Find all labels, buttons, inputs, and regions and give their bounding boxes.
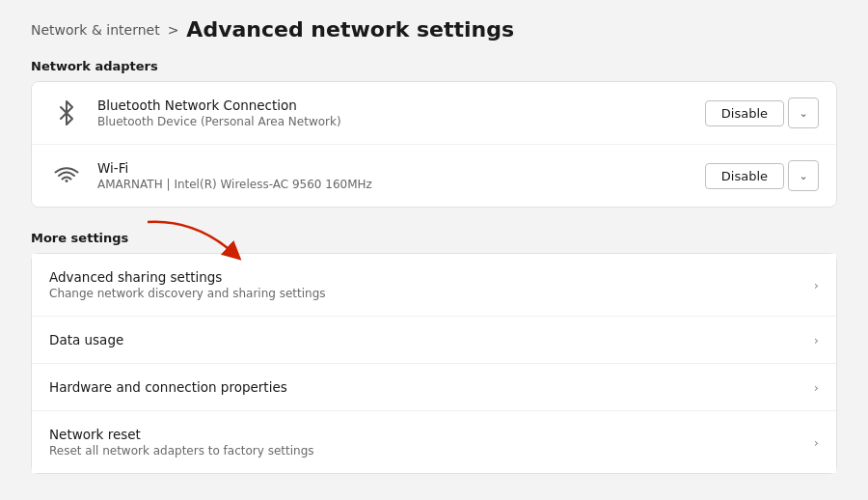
breadcrumb-parent[interactable]: Network & internet bbox=[31, 22, 160, 38]
wifi-disable-button[interactable]: Disable bbox=[705, 163, 784, 189]
hardware-chevron: › bbox=[814, 380, 819, 395]
data-usage-title: Data usage bbox=[49, 332, 814, 347]
data-usage-info: Data usage bbox=[49, 332, 814, 347]
network-reset-chevron: › bbox=[814, 435, 819, 450]
advanced-sharing-desc: Change network discovery and sharing set… bbox=[49, 287, 814, 300]
network-reset-info: Network reset Reset all network adapters… bbox=[49, 427, 814, 458]
breadcrumb-current: Advanced network settings bbox=[186, 17, 514, 42]
adapter-bluetooth-name: Bluetooth Network Connection bbox=[97, 97, 705, 113]
adapter-wifi: Wi-Fi AMARNATH | Intel(R) Wireless-AC 95… bbox=[32, 145, 836, 207]
adapter-bluetooth: Bluetooth Network Connection Bluetooth D… bbox=[32, 82, 836, 145]
network-reset-desc: Reset all network adapters to factory se… bbox=[49, 444, 814, 458]
adapter-bluetooth-actions: Disable ⌄ bbox=[705, 97, 819, 128]
advanced-sharing-chevron: › bbox=[814, 278, 819, 292]
adapter-bluetooth-desc: Bluetooth Device (Personal Area Network) bbox=[97, 115, 705, 128]
settings-item-hardware[interactable]: Hardware and connection properties › bbox=[32, 364, 836, 411]
settings-item-data-usage[interactable]: Data usage › bbox=[32, 317, 836, 364]
hardware-title: Hardware and connection properties bbox=[49, 379, 814, 395]
data-usage-chevron: › bbox=[814, 333, 819, 347]
network-adapters-list: Bluetooth Network Connection Bluetooth D… bbox=[31, 81, 837, 208]
page-container: Network & internet > Advanced network se… bbox=[0, 0, 868, 500]
adapter-wifi-actions: Disable ⌄ bbox=[705, 160, 819, 191]
bluetooth-expand-button[interactable]: ⌄ bbox=[788, 97, 819, 128]
network-reset-title: Network reset bbox=[49, 427, 814, 442]
network-adapters-label: Network adapters bbox=[31, 59, 837, 73]
advanced-sharing-title: Advanced sharing settings bbox=[49, 269, 814, 285]
adapter-wifi-info: Wi-Fi AMARNATH | Intel(R) Wireless-AC 95… bbox=[97, 160, 705, 191]
more-settings-list: Advanced sharing settings Change network… bbox=[31, 253, 837, 474]
breadcrumb-separator: > bbox=[168, 22, 179, 38]
hardware-info: Hardware and connection properties bbox=[49, 379, 814, 395]
wifi-expand-button[interactable]: ⌄ bbox=[788, 160, 819, 191]
chevron-down-icon: ⌄ bbox=[799, 170, 807, 182]
settings-item-network-reset[interactable]: Network reset Reset all network adapters… bbox=[32, 411, 836, 473]
breadcrumb: Network & internet > Advanced network se… bbox=[31, 17, 837, 42]
wifi-icon bbox=[49, 158, 84, 193]
advanced-sharing-info: Advanced sharing settings Change network… bbox=[49, 269, 814, 300]
bluetooth-icon bbox=[49, 96, 84, 130]
bluetooth-disable-button[interactable]: Disable bbox=[705, 100, 784, 126]
chevron-down-icon: ⌄ bbox=[799, 107, 807, 120]
adapter-bluetooth-info: Bluetooth Network Connection Bluetooth D… bbox=[97, 97, 705, 128]
adapter-wifi-name: Wi-Fi bbox=[97, 160, 705, 176]
adapter-wifi-desc: AMARNATH | Intel(R) Wireless-AC 9560 160… bbox=[97, 178, 705, 191]
more-settings-label: More settings bbox=[31, 231, 837, 245]
settings-item-advanced-sharing[interactable]: Advanced sharing settings Change network… bbox=[32, 254, 836, 317]
